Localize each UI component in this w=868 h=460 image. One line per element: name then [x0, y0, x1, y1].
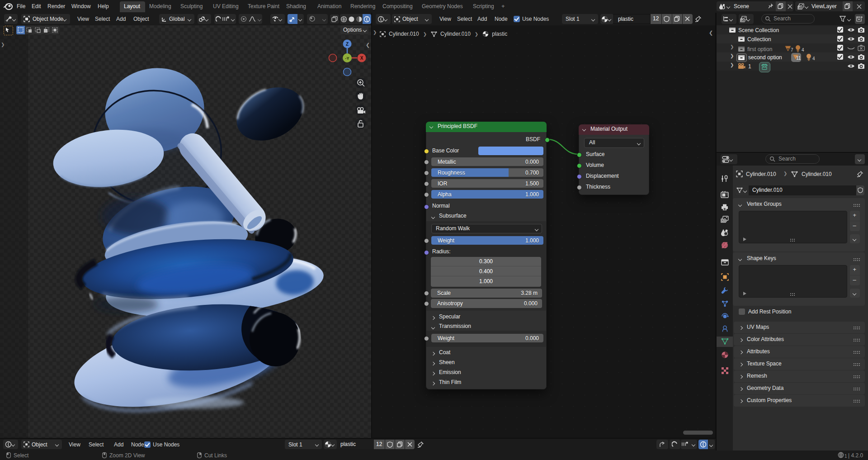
svg-text:-Y: -Y	[345, 56, 349, 61]
svg-text:Z: Z	[346, 42, 349, 47]
svg-text:X: X	[360, 56, 363, 61]
